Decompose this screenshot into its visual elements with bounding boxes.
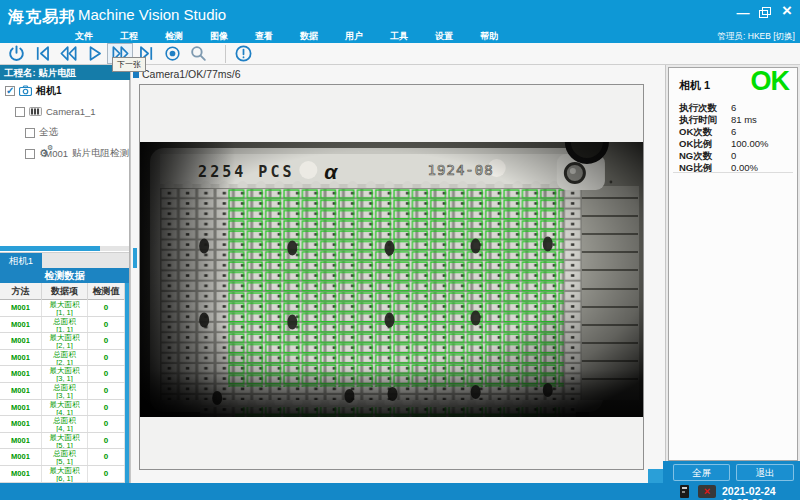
camera-label-bullet bbox=[133, 72, 139, 78]
app-title: Machine Vision Studio bbox=[78, 6, 226, 23]
next-image-tooltip: 下一张 bbox=[112, 57, 146, 72]
app-logo: 海克易邦 bbox=[8, 7, 76, 28]
table-row[interactable]: M001总面积[4, 1]0 bbox=[0, 416, 129, 433]
table-row[interactable]: M001总面积[3, 1]0 bbox=[0, 383, 129, 400]
result-panel: 相机 1 OK 执行次数6 执行时间81 ms OK次数6 OK比例100.00… bbox=[666, 65, 800, 483]
statusbar: × 2021-02-24 11:35:39 bbox=[0, 483, 800, 500]
table-vertical-scrollbar[interactable] bbox=[125, 283, 129, 483]
table-row[interactable]: M001总面积[1, 1]0 bbox=[0, 317, 129, 334]
table-header-row: 方法 数据项 检测值 bbox=[0, 283, 129, 300]
menu-file[interactable]: 文件 bbox=[75, 30, 93, 43]
status-timestamp: 2021-02-24 11:35:39 bbox=[722, 485, 800, 500]
exit-button[interactable]: 退出 bbox=[736, 464, 794, 481]
menu-help[interactable]: 帮助 bbox=[480, 30, 498, 43]
close-icon[interactable]: × bbox=[778, 2, 796, 18]
menu-view[interactable]: 查看 bbox=[255, 30, 273, 43]
scrollbar-thumb[interactable] bbox=[0, 246, 100, 251]
project-panel: 工程名: 贴片电阻 ✓ 相机1 Camera1_1 全选 ⚙ bbox=[0, 65, 130, 483]
menu-user[interactable]: 用户 bbox=[345, 30, 363, 43]
right-footer: 全屏 退出 bbox=[663, 461, 800, 483]
power-icon[interactable] bbox=[3, 43, 29, 64]
menu-data[interactable]: 数据 bbox=[300, 30, 318, 43]
toolbar-separator bbox=[225, 45, 226, 63]
table-row[interactable]: M001最大面积[6, 1]0 bbox=[0, 466, 129, 483]
camera-name: 相机 1 bbox=[679, 78, 710, 93]
record-icon[interactable] bbox=[159, 43, 185, 64]
table-row[interactable]: M001总面积[5, 1]0 bbox=[0, 449, 129, 466]
stat-ng-count: NG次数0 bbox=[679, 150, 791, 162]
check-icon: ✓ bbox=[6, 85, 14, 96]
camera-icon bbox=[19, 85, 32, 96]
camera-image[interactable]: 2254 PCS α 1924-08 bbox=[140, 142, 643, 417]
previous-image-icon[interactable] bbox=[55, 43, 81, 64]
menu-image[interactable]: 图像 bbox=[210, 30, 228, 43]
col-method: 方法 bbox=[0, 283, 42, 300]
camera-checkbox[interactable]: ✓ bbox=[5, 86, 15, 96]
stat-exec-time: 执行时间81 ms bbox=[679, 114, 791, 126]
tree-item-module[interactable]: ⚙ ⚙ M001 贴片电阻检测 bbox=[0, 143, 129, 164]
alert-icon[interactable] bbox=[230, 43, 256, 64]
tree-item-select-all[interactable]: 全选 bbox=[0, 122, 129, 143]
table-row[interactable]: M001最大面积[2, 1]0 bbox=[0, 333, 129, 350]
col-item: 数据项 bbox=[42, 283, 88, 300]
select-all-checkbox[interactable] bbox=[25, 128, 35, 138]
first-image-icon[interactable] bbox=[29, 43, 55, 64]
table-row[interactable]: M001最大面积[4, 1]0 bbox=[0, 400, 129, 417]
tree-horizontal-scrollbar[interactable] bbox=[0, 246, 129, 251]
module-checkbox[interactable] bbox=[25, 149, 35, 159]
titlebar: 海克易邦 Machine Vision Studio — × bbox=[0, 0, 800, 30]
camera-tab-row: 相机1 bbox=[0, 252, 129, 268]
camera-result-label: Camera1/OK/77ms/6 bbox=[142, 68, 241, 80]
menu-inspect[interactable]: 检测 bbox=[165, 30, 183, 43]
image-panel: Camera1/OK/77ms/6 bbox=[130, 65, 666, 483]
detect-data-table: 方法 数据项 检测值 M001最大面积[1, 1]0 M001总面积[1, 1]… bbox=[0, 283, 129, 483]
separator bbox=[673, 172, 793, 173]
tab-camera1[interactable]: 相机1 bbox=[0, 253, 42, 269]
menubar: 文件 工程 检测 图像 查看 数据 用户 工具 设置 帮助 管理员: HKEB … bbox=[0, 30, 800, 43]
run-icon[interactable] bbox=[81, 43, 107, 64]
panel-splitter-thumb[interactable] bbox=[133, 248, 137, 268]
minimize-icon[interactable]: — bbox=[734, 9, 752, 25]
restore-icon[interactable] bbox=[755, 6, 773, 22]
table-row[interactable]: M001最大面积[1, 1]0 bbox=[0, 300, 129, 317]
machine-vision-studio-window: 海克易邦 Machine Vision Studio — × 文件 工程 检测 … bbox=[0, 0, 800, 500]
stat-ok-ratio: OK比例100.00% bbox=[679, 138, 791, 150]
fullscreen-button[interactable]: 全屏 bbox=[673, 464, 730, 481]
col-value: 检测值 bbox=[88, 283, 125, 300]
table-row[interactable]: M001最大面积[3, 1]0 bbox=[0, 366, 129, 383]
table-row[interactable]: M001总面积[2, 1]0 bbox=[0, 350, 129, 367]
menu-tools[interactable]: 工具 bbox=[390, 30, 408, 43]
table-row[interactable]: M001最大面积[5, 1]0 bbox=[0, 433, 129, 450]
project-name-header: 工程名: 贴片电阻 bbox=[0, 65, 130, 80]
statistics-box: 相机 1 OK 执行次数6 执行时间81 ms OK次数6 OK比例100.00… bbox=[668, 67, 798, 461]
tree-item-source[interactable]: Camera1_1 bbox=[0, 101, 129, 122]
menu-settings[interactable]: 设置 bbox=[435, 30, 453, 43]
source-checkbox[interactable] bbox=[15, 107, 25, 117]
computer-icon bbox=[680, 485, 689, 498]
film-icon bbox=[29, 107, 42, 116]
error-status-icon: × bbox=[698, 485, 716, 498]
stat-ok-count: OK次数6 bbox=[679, 126, 791, 138]
gear-icon: ⚙ ⚙ bbox=[39, 148, 40, 160]
search-icon[interactable] bbox=[185, 43, 211, 64]
project-tree: ✓ 相机1 Camera1_1 全选 ⚙ ⚙ M001 贴片电阻检测 bbox=[0, 80, 129, 261]
menu-project[interactable]: 工程 bbox=[120, 30, 138, 43]
module-name: 贴片电阻检测 bbox=[72, 147, 129, 160]
status-badge: OK bbox=[751, 66, 790, 97]
admin-user-switch[interactable]: 管理员: HKEB [切换] bbox=[718, 31, 795, 43]
stat-exec-count: 执行次数6 bbox=[679, 102, 791, 114]
detect-data-header: 检测数据 bbox=[0, 268, 129, 283]
tree-item-camera[interactable]: ✓ 相机1 bbox=[0, 80, 129, 101]
